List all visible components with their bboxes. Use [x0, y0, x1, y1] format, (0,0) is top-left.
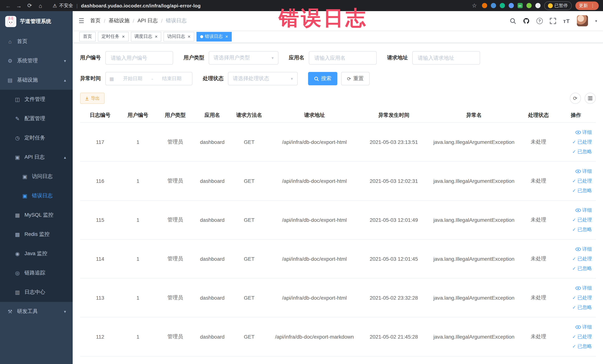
breadcrumb-infrastructure[interactable]: 基础设施	[109, 17, 129, 24]
sidebar-item-label: 定时任务	[24, 135, 45, 141]
sidebar-item-trace[interactable]: ◎ 链路追踪	[0, 263, 73, 282]
cell-request-url: /api/infra/db-doc/export-html	[268, 122, 360, 161]
process-status-select[interactable]: 请选择处理状态 ▾	[228, 72, 298, 85]
error-log-icon: ▣	[22, 193, 28, 199]
sidebar-item-api-log[interactable]: ▣ API 日志 ▴	[0, 148, 73, 167]
user-avatar[interactable]	[577, 15, 588, 26]
ignored-link[interactable]: ✓ 已忽略	[572, 148, 592, 155]
processed-link[interactable]: ✓ 已处理	[572, 255, 592, 262]
tags-bar: 首页 定时任务 × 调度日志 × 访问日志 × 错误日志 ×	[73, 30, 603, 43]
ignored-link[interactable]: ✓ 已忽略	[572, 343, 592, 350]
sidebar-item-label: Java 监控	[24, 250, 47, 257]
sidebar-menu: ⌂ 首页 ⚙ 系统管理 ▾ ▤ 基础设施 ▴ ◫ 文件管理	[0, 32, 73, 321]
close-icon[interactable]: ×	[225, 34, 228, 39]
reload-icon[interactable]: ⟳	[26, 2, 33, 9]
extension-icon[interactable]	[482, 3, 487, 8]
sidebar-item-log-center[interactable]: ▥ 日志中心	[0, 282, 73, 302]
sidebar-item-scheduled-jobs[interactable]: ◷ 定时任务	[0, 128, 73, 148]
ignored-label: 已忽略	[577, 265, 592, 272]
detail-link[interactable]: 详细	[575, 246, 592, 252]
security-indicator[interactable]: ⚠ 不安全	[53, 2, 73, 9]
ignored-link[interactable]: ✓ 已忽略	[572, 187, 592, 194]
content: 用户编号 用户类型 请选择用户类型 ▾ 应用名	[73, 43, 603, 364]
fullscreen-icon[interactable]	[550, 18, 556, 24]
sidebar-item-redis-monitor[interactable]: ▩ Redis 监控	[0, 225, 73, 244]
processed-link[interactable]: ✓ 已处理	[572, 294, 592, 301]
extension-icon[interactable]	[509, 3, 514, 8]
cell-actions: 详细 ✓ 已处理 ✓ 已忽略	[556, 317, 596, 356]
detail-label: 详细	[582, 324, 592, 330]
search-button[interactable]: 搜索	[308, 72, 337, 85]
detail-link[interactable]: 详细	[575, 285, 592, 291]
back-icon[interactable]: ←	[4, 2, 12, 9]
export-button[interactable]: 导出	[80, 93, 104, 104]
sidebar-item-system-mgmt[interactable]: ⚙ 系统管理 ▾	[0, 51, 73, 70]
filter-request-url: 请求地址	[387, 51, 480, 65]
sidebar-item-label: MySQL 监控	[24, 212, 53, 218]
extension-icon[interactable]	[491, 3, 496, 8]
sidebar-item-dev-tools[interactable]: ⚒ 研发工具 ▾	[0, 302, 73, 321]
reset-button[interactable]: ⟳ 重置	[341, 72, 370, 85]
sidebar-item-error-log[interactable]: ▣ 错误日志	[0, 186, 73, 205]
browser-home-icon[interactable]: ⌂	[37, 2, 44, 9]
extension-icon[interactable]	[499, 3, 505, 8]
tab-access-log[interactable]: 访问日志 ×	[163, 32, 194, 41]
user-id-input[interactable]	[105, 51, 173, 65]
address-url[interactable]: dashboard.yudao.iocoder.cn/infra/log/api…	[81, 3, 201, 8]
detail-link[interactable]: 详细	[575, 168, 592, 175]
search-icon[interactable]	[510, 18, 516, 24]
breadcrumb-home[interactable]: 首页	[90, 17, 101, 24]
log-icon: ▣	[14, 154, 21, 160]
forward-icon[interactable]: →	[15, 2, 23, 9]
paused-badge[interactable]: 已暂停	[544, 1, 571, 10]
detail-link[interactable]: 详细	[575, 129, 592, 136]
ignored-link[interactable]: ✓ 已忽略	[572, 265, 592, 272]
tab-schedule-log[interactable]: 调度日志 ×	[131, 32, 161, 41]
date-range-picker[interactable]: ▦ 开始日期 - 结束日期	[105, 72, 192, 85]
help-icon[interactable]: ?	[536, 18, 543, 24]
avatar-caret-icon[interactable]: ▾	[595, 19, 597, 23]
sidebar-item-mysql-monitor[interactable]: ▦ MySQL 监控	[0, 205, 73, 225]
close-icon[interactable]: ×	[188, 34, 190, 39]
hamburger-icon[interactable]: ☰	[79, 17, 84, 25]
sidebar-item-config-mgmt[interactable]: ✎ 配置管理	[0, 109, 73, 128]
bookmark-star-icon[interactable]: ☆	[471, 2, 478, 9]
detail-link[interactable]: 详细	[575, 324, 592, 330]
refresh-button[interactable]: ⟳	[570, 93, 581, 104]
extension-icon[interactable]	[526, 3, 532, 8]
extension-icon[interactable]	[535, 3, 540, 8]
chevron-down-icon: ▾	[272, 55, 274, 60]
sidebar-item-infrastructure[interactable]: ▤ 基础设施 ▴	[0, 70, 73, 90]
processed-link[interactable]: ✓ 已处理	[572, 333, 592, 340]
col-exception-time: 异常发生时间	[360, 108, 427, 122]
logo[interactable]: 芋道管理系统	[0, 11, 73, 32]
processed-label: 已处理	[577, 255, 592, 262]
processed-link[interactable]: ✓ 已处理	[572, 216, 592, 223]
close-icon[interactable]: ×	[122, 34, 125, 39]
col-user-id: 用户编号	[120, 108, 156, 122]
extension-on-icon[interactable]: on	[517, 3, 522, 8]
github-icon[interactable]	[523, 18, 529, 24]
close-icon[interactable]: ×	[155, 34, 158, 39]
tab-error-log[interactable]: 错误日志 ×	[197, 32, 232, 41]
breadcrumb-api-log[interactable]: API 日志	[138, 17, 158, 24]
ignored-link[interactable]: ✓ 已忽略	[572, 226, 592, 233]
detail-link[interactable]: 详细	[575, 207, 592, 213]
processed-link[interactable]: ✓ 已处理	[572, 139, 592, 145]
user-type-select[interactable]: 请选择用户类型 ▾	[209, 51, 278, 65]
request-url-input[interactable]	[412, 51, 480, 65]
sidebar-item-home[interactable]: ⌂ 首页	[0, 32, 73, 51]
font-size-icon[interactable]: тT	[563, 18, 570, 24]
tab-home[interactable]: 首页	[79, 32, 96, 41]
sidebar-item-java-monitor[interactable]: ◉ Java 监控	[0, 244, 73, 263]
tab-scheduled-jobs[interactable]: 定时任务 ×	[98, 32, 128, 41]
ignored-link[interactable]: ✓ 已忽略	[572, 304, 592, 311]
sidebar-item-access-log[interactable]: ▣ 访问日志	[0, 167, 73, 186]
cell-request-url: /api/infra/db-doc/export-html	[268, 278, 360, 317]
update-button[interactable]: 更新 ⋮	[575, 1, 599, 10]
processed-link[interactable]: ✓ 已处理	[572, 177, 592, 184]
app-name-input[interactable]	[309, 51, 377, 65]
cell-process-status: 未处理	[521, 200, 556, 239]
column-settings-button[interactable]	[584, 93, 596, 104]
sidebar-item-file-mgmt[interactable]: ◫ 文件管理	[0, 90, 73, 109]
